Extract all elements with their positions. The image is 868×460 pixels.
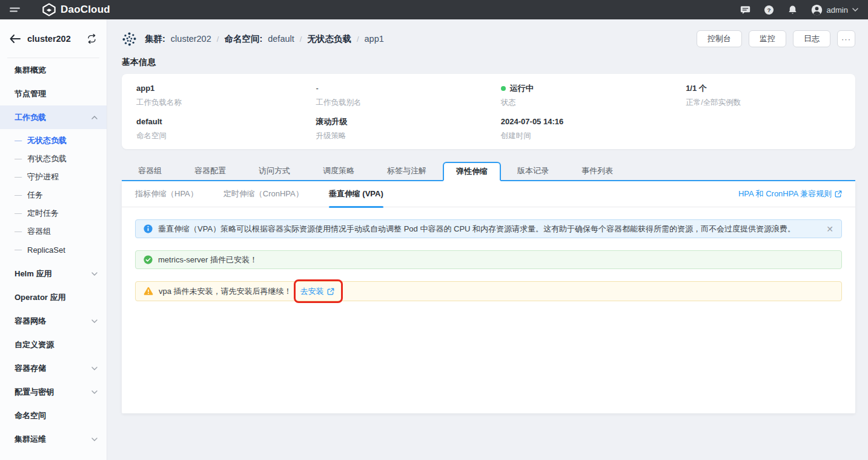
breadcrumb-workload-type[interactable]: 无状态负载: [307, 33, 351, 45]
sidebar-item-container-network[interactable]: 容器网络: [0, 309, 107, 333]
sidebar-item-jobs[interactable]: —任务: [0, 186, 107, 204]
refresh-icon[interactable]: [87, 34, 97, 44]
field-upgrade-strategy: 滚动升级 升级策略: [316, 117, 501, 141]
warning-alert-text: vpa 插件未安装，请先安装后再继续！: [159, 286, 292, 297]
chevron-down-icon: [91, 438, 98, 441]
chevron-down-icon: [852, 8, 858, 12]
breadcrumb-namespace-label: 命名空间:: [224, 33, 262, 45]
chevron-down-icon: [91, 272, 98, 276]
info-alert-text: 垂直伸缩（VPA）策略可以根据容器实际资源使用情况手动或自动调整 Pod 中容器…: [158, 224, 795, 235]
user-menu[interactable]: admin: [811, 4, 858, 16]
subtab-vpa[interactable]: 垂直伸缩 (VPA): [329, 181, 383, 207]
field-instances: 1/1 个 正常/全部实例数: [686, 84, 841, 107]
success-alert-text: metrics-server 插件已安装！: [158, 255, 257, 265]
daocloud-logo-icon: [42, 3, 56, 16]
warning-icon: [144, 287, 153, 296]
sidebar-item-cluster-overview[interactable]: 集群概览: [0, 58, 107, 82]
tab-content-card: 指标伸缩（HPA） 定时伸缩（CronHPA） 垂直伸缩 (VPA) HPA 和…: [122, 181, 855, 413]
metrics-server-alert: metrics-server 插件已安装！: [135, 250, 842, 269]
help-icon[interactable]: ?: [764, 4, 775, 15]
success-check-icon: [144, 255, 153, 264]
subtab-hpa[interactable]: 指标伸缩（HPA）: [135, 181, 198, 207]
basic-info-card: app1 工作负载名称 - 工作负载别名 运行中 状态 1/1 个 正常/全部实…: [122, 74, 855, 149]
sidebar-item-custom-resources[interactable]: 自定义资源: [0, 333, 107, 356]
tab-scheduling-policy[interactable]: 调度策略: [306, 162, 371, 180]
sidebar-item-statefulsets[interactable]: —有状态负载: [0, 150, 107, 168]
field-workload-name: app1 工作负载名称: [136, 84, 316, 107]
scaling-subtabs: 指标伸缩（HPA） 定时伸缩（CronHPA） 垂直伸缩 (VPA) HPA 和…: [122, 181, 855, 207]
sidebar-item-container-storage[interactable]: 容器存储: [0, 356, 107, 380]
sidebar-item-cluster-ops[interactable]: 集群运维: [0, 427, 107, 451]
breadcrumb-namespace-value[interactable]: default: [268, 34, 294, 44]
sidebar-item-helm-apps[interactable]: Helm 应用: [0, 262, 107, 285]
chevron-up-icon: [91, 116, 98, 119]
tab-elastic-scaling[interactable]: 弹性伸缩: [443, 162, 501, 181]
monitor-button[interactable]: 监控: [749, 30, 786, 47]
main-content: 集群: cluster202 / 命名空间: default / 无状态负载 /…: [107, 19, 868, 460]
sidebar-item-cronjobs[interactable]: —定时任务: [0, 204, 107, 222]
install-vpa-link[interactable]: 去安装: [300, 286, 334, 297]
sidebar-item-node-management[interactable]: 节点管理: [0, 82, 107, 105]
menu-icon[interactable]: [10, 4, 24, 16]
sidebar-item-workloads[interactable]: 工作负载: [0, 105, 107, 129]
more-actions-button[interactable]: ···: [837, 30, 855, 47]
breadcrumb-cluster-label: 集群:: [145, 33, 165, 45]
chevron-down-icon: [91, 367, 98, 370]
field-created-time: 2024-07-05 14:16 创建时间: [501, 117, 686, 141]
status-dot: [501, 86, 506, 91]
sidebar-cluster-name: cluster202: [27, 34, 87, 44]
sidebar-menu: 集群概览 节点管理 工作负载 —无状态负载 —有状态负载 —守护进程 —任务 —…: [0, 58, 107, 451]
logs-button[interactable]: 日志: [793, 30, 830, 47]
basic-info-title: 基本信息: [122, 57, 855, 68]
sidebar-item-deployments[interactable]: —无状态负载: [0, 132, 107, 150]
back-icon[interactable]: [10, 35, 21, 43]
breadcrumb-workload-name: app1: [365, 34, 384, 44]
breadcrumb-cluster-value[interactable]: cluster202: [171, 34, 211, 44]
daocloud-logo[interactable]: DaoCloud: [42, 3, 110, 16]
brand-text: DaoCloud: [61, 4, 110, 16]
subtab-cronhpa[interactable]: 定时伸缩（CronHPA）: [224, 181, 303, 207]
topbar: DaoCloud ? admin: [0, 0, 868, 19]
tab-event-list[interactable]: 事件列表: [565, 162, 629, 180]
user-name: admin: [827, 5, 848, 15]
sidebar-item-pods[interactable]: —容器组: [0, 222, 107, 241]
sidebar: cluster202 集群概览 节点管理 工作负载 —无状态负载 —有状态负载 …: [0, 19, 107, 460]
tab-container-config[interactable]: 容器配置: [178, 162, 242, 180]
console-button[interactable]: 控制台: [697, 30, 742, 47]
breadcrumb: 集群: cluster202 / 命名空间: default / 无状态负载 /…: [122, 32, 384, 47]
tab-version-history[interactable]: 版本记录: [501, 162, 565, 180]
tab-labels-annotations[interactable]: 标签与注解: [371, 162, 443, 180]
sidebar-item-daemonsets[interactable]: —守护进程: [0, 168, 107, 186]
detail-tabs: 容器组 容器配置 访问方式 调度策略 标签与注解 弹性伸缩 版本记录 事件列表: [122, 162, 855, 181]
sidebar-item-operator-apps[interactable]: Operator 应用: [0, 285, 107, 309]
vpa-info-alert: 垂直伸缩（VPA）策略可以根据容器实际资源使用情况手动或自动调整 Pod 中容器…: [135, 219, 842, 238]
hpa-cronhpa-compat-link[interactable]: HPA 和 CronHPA 兼容规则: [738, 188, 842, 199]
svg-text:?: ?: [767, 6, 771, 13]
workloads-submenu: —无状态负载 —有状态负载 —守护进程 —任务 —定时任务 —容器组 —Repl…: [0, 129, 107, 262]
sidebar-item-namespaces[interactable]: 命名空间: [0, 404, 107, 427]
sidebar-item-config-secrets[interactable]: 配置与密钥: [0, 380, 107, 404]
cluster-dots-icon: [122, 32, 137, 47]
sidebar-header: cluster202: [0, 19, 107, 58]
chat-icon[interactable]: [740, 4, 751, 15]
avatar: [811, 4, 823, 16]
vpa-warning-alert: vpa 插件未安装，请先安装后再继续！ 去安装: [135, 281, 842, 301]
bell-icon[interactable]: [787, 4, 798, 15]
field-workload-alias: - 工作负载别名: [316, 84, 501, 107]
info-icon: [144, 224, 153, 233]
external-link-icon: [835, 190, 842, 198]
tab-pods[interactable]: 容器组: [122, 162, 178, 180]
sidebar-item-replicasets[interactable]: —ReplicaSet: [0, 241, 107, 259]
close-icon[interactable]: ✕: [826, 225, 833, 233]
chevron-down-icon: [91, 319, 98, 323]
field-namespace: default 命名空间: [136, 117, 316, 141]
chevron-down-icon: [91, 390, 98, 394]
field-status: 运行中 状态: [501, 84, 686, 107]
external-link-icon: [327, 288, 334, 295]
tab-access-method[interactable]: 访问方式: [242, 162, 306, 180]
